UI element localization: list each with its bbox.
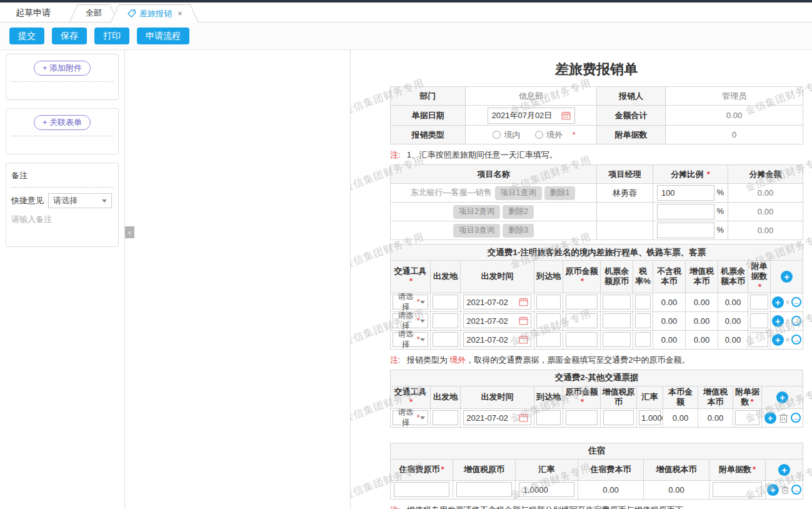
vehicle-select[interactable]: 请选择*	[393, 410, 428, 425]
project-manager	[597, 221, 653, 240]
tab-close-icon[interactable]: ×	[178, 9, 183, 18]
trash-icon[interactable]	[786, 335, 789, 345]
quick-opinion-select[interactable]: 请选择	[48, 193, 112, 208]
tax-rate-input[interactable]	[635, 313, 651, 328]
transport1-row: 请选择* 2021-07-02 0.00 0.00 0.00 +→	[391, 293, 803, 311]
project-name-header: 项目名称	[478, 169, 510, 179]
doc-date-value: 2021年07月02日	[492, 110, 553, 121]
submit-button[interactable]: 提交	[9, 28, 44, 44]
origin-input[interactable]	[433, 332, 458, 347]
save-button[interactable]: 保存	[52, 28, 87, 44]
required-mark: *	[750, 397, 753, 406]
vehicle-select[interactable]: 请选择*	[393, 332, 428, 347]
remarks-title: 备注	[11, 168, 113, 188]
add-row-icon[interactable]: +	[772, 334, 784, 346]
doc-count-input[interactable]	[750, 332, 768, 347]
vat-value: 0.00	[686, 311, 718, 330]
ticket-balance-input[interactable]	[603, 332, 630, 347]
ratio-input[interactable]: 100	[657, 185, 714, 201]
calendar-icon	[519, 413, 528, 422]
orig-amount-input[interactable]	[566, 410, 598, 425]
orig-amount-input[interactable]	[566, 295, 598, 310]
note-text: 1、汇率按照差旅期间任意一天汇率填写。	[407, 150, 558, 159]
ticket-balance-input[interactable]	[603, 295, 630, 310]
move-row-icon[interactable]: →	[791, 297, 801, 307]
balance-value: 0.00	[718, 311, 748, 330]
project-row: 项目2查询删除2 % 0.00	[391, 203, 803, 221]
trash-icon[interactable]	[778, 413, 789, 423]
add-row-icon[interactable]: +	[764, 412, 776, 424]
doc-count-input[interactable]	[750, 313, 768, 328]
move-row-icon[interactable]: →	[791, 316, 801, 326]
vat-orig-input[interactable]	[456, 482, 512, 497]
doc-count-input[interactable]	[713, 482, 763, 497]
vehicle-select[interactable]: 请选择*	[393, 295, 428, 310]
doc-date-input[interactable]: 2021年07月02日	[488, 108, 575, 124]
depart-date-input[interactable]: 2021-07-02	[463, 332, 531, 347]
vat-orig-input[interactable]	[603, 410, 634, 425]
apply-flow-button[interactable]: 申请流程	[137, 28, 189, 44]
print-button[interactable]: 打印	[94, 28, 129, 44]
ratio-input[interactable]	[657, 204, 714, 219]
lodging-orig-input[interactable]	[394, 482, 449, 497]
depart-date-input[interactable]: 2021-07-02	[463, 410, 531, 425]
add-row-icon[interactable]: +	[767, 484, 779, 496]
link-form-button[interactable]: + 关联表单	[34, 115, 91, 130]
ratio-input[interactable]	[657, 223, 714, 238]
rate-input[interactable]: 1.0000	[519, 482, 574, 497]
radio-overseas[interactable]: 境外	[535, 130, 563, 139]
radio-domestic[interactable]: 境内	[493, 130, 520, 139]
radio-overseas-label: 境外	[546, 130, 563, 139]
quick-opinion-label: 快捷意见	[11, 195, 44, 206]
date-label: 单据日期	[391, 106, 466, 126]
required-mark: *	[704, 169, 710, 179]
share-amount: 0.00	[728, 221, 803, 240]
origin-input[interactable]	[433, 295, 458, 310]
add-row-icon[interactable]: +	[778, 464, 790, 476]
trash-icon[interactable]	[786, 316, 789, 326]
project1-delete-button[interactable]: 删除1	[544, 186, 576, 200]
rate-input[interactable]: 1.0000	[639, 410, 661, 425]
project-table: 项目名称 项目经理 分摊比例 * 分摊金额 东北银行—客服—销售项目1查询删除1…	[390, 164, 803, 240]
project2-query-button[interactable]: 项目2查询	[453, 205, 500, 219]
depart-date-input[interactable]: 2021-07-02	[463, 313, 531, 328]
add-row-icon[interactable]: +	[776, 391, 788, 403]
orig-amount-input[interactable]	[566, 332, 598, 347]
radio-domestic-label: 境内	[504, 130, 520, 139]
destination-input[interactable]	[536, 332, 561, 347]
depart-date-input[interactable]: 2021-07-02	[463, 295, 531, 310]
add-row-icon[interactable]: +	[772, 315, 784, 327]
tax-rate-input[interactable]	[635, 332, 651, 347]
orig-amount-input[interactable]	[566, 313, 598, 328]
trash-icon[interactable]	[786, 297, 789, 308]
destination-input[interactable]	[536, 410, 561, 425]
add-row-icon[interactable]: +	[781, 271, 793, 283]
docs-value: 0	[666, 126, 803, 144]
move-row-icon[interactable]: →	[791, 485, 801, 495]
tax-rate-input[interactable]	[635, 295, 651, 310]
add-attachment-button[interactable]: + 添加附件	[34, 61, 91, 76]
destination-input[interactable]	[536, 313, 561, 328]
trash-icon[interactable]	[781, 485, 789, 495]
move-row-icon[interactable]: →	[791, 413, 801, 423]
tab-travel-reimbursement[interactable]: 差旅报销 ×	[111, 4, 199, 23]
move-row-icon[interactable]: →	[791, 335, 801, 345]
link-form-empty-area	[11, 136, 113, 149]
vehicle-select[interactable]: 请选择*	[393, 313, 428, 328]
calendar-icon[interactable]	[561, 111, 571, 120]
collapse-handle[interactable]: ‹	[125, 226, 134, 238]
doc-count-input[interactable]	[750, 295, 768, 310]
project1-query-button[interactable]: 项目1查询	[495, 186, 542, 200]
destination-input[interactable]	[536, 295, 561, 310]
remarks-textarea[interactable]: 请输入备注	[11, 214, 113, 241]
origin-input[interactable]	[433, 410, 458, 425]
base-amount-value: 0.00	[663, 408, 698, 427]
doc-count-input[interactable]	[735, 410, 759, 425]
add-row-icon[interactable]: +	[772, 296, 784, 308]
project3-delete-button[interactable]: 删除3	[503, 224, 534, 238]
project2-delete-button[interactable]: 删除2	[503, 205, 534, 219]
project3-query-button[interactable]: 项目3查询	[453, 224, 500, 238]
vat-value: 0.00	[686, 330, 718, 349]
origin-input[interactable]	[433, 313, 458, 328]
ticket-balance-input[interactable]	[603, 313, 630, 328]
